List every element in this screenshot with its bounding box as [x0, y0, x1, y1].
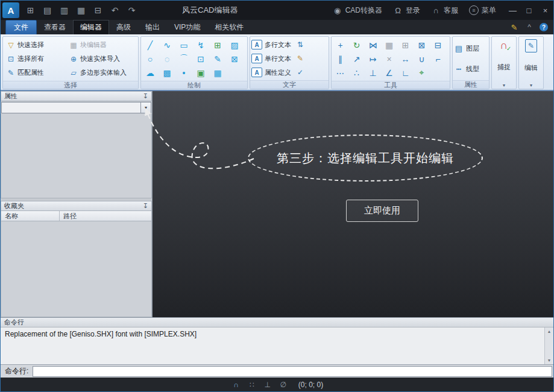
ortho-status-icon[interactable]: ∅: [278, 381, 289, 389]
locate-icon[interactable]: ⌖: [414, 66, 429, 80]
join-icon[interactable]: ∪: [414, 52, 429, 66]
sketch-icon[interactable]: ✎: [210, 52, 225, 66]
layers-button[interactable]: ▤ 图层: [454, 44, 488, 53]
rotate-icon[interactable]: ↻: [349, 38, 364, 52]
linetype-icon: ┅: [454, 65, 464, 74]
customer-service-button[interactable]: ∩ 客服: [431, 5, 458, 16]
circle-icon[interactable]: ○: [142, 52, 158, 66]
line-icon[interactable]: ╱: [142, 38, 158, 52]
mirror-icon[interactable]: ⋈: [365, 38, 380, 52]
copy-icon[interactable]: ⊞: [398, 38, 413, 52]
multiline-text-label: 多行文本: [265, 40, 291, 49]
properties-pin-icon[interactable]: ↧: [143, 92, 148, 100]
minimize-button[interactable]: —: [505, 1, 521, 20]
measure-icon[interactable]: ⋯: [333, 66, 348, 80]
attribute-define-button[interactable]: A 属性定义: [251, 66, 291, 79]
spline-icon[interactable]: ∿: [159, 38, 175, 52]
grid-status-icon[interactable]: ∷: [247, 381, 257, 389]
extend-icon[interactable]: ↔: [398, 52, 413, 66]
command-log[interactable]: Replacement of the [Geniso.SHX] font wit…: [1, 327, 553, 364]
use-now-button[interactable]: 立即使用: [346, 200, 418, 222]
array-icon[interactable]: ▦: [382, 38, 397, 52]
singleline-text-label: 单行文本: [265, 54, 291, 63]
fillet-icon[interactable]: ⌐: [430, 52, 445, 66]
open-folder-icon[interactable]: ▤: [39, 2, 55, 19]
offset-icon[interactable]: ∥: [333, 52, 348, 66]
edit-text-icon[interactable]: ✎: [294, 52, 307, 65]
divide-icon[interactable]: ∴: [349, 66, 364, 80]
hatch-pattern-icon[interactable]: ▨: [227, 38, 242, 52]
edit-button[interactable]: ✎ 编辑 ▾: [518, 36, 544, 89]
save-as-icon[interactable]: ▦: [73, 2, 89, 19]
help-icon[interactable]: ?: [540, 23, 548, 31]
cad-converter-button[interactable]: ◉ CAD转换器: [333, 5, 382, 16]
login-button[interactable]: Ω 登录: [393, 5, 420, 16]
match-properties-button[interactable]: ✎ 匹配属性: [4, 68, 67, 77]
command-log-scrollbar[interactable]: ▲ ▼: [544, 327, 553, 364]
area-icon[interactable]: ∟: [398, 66, 413, 80]
collapse-ribbon-icon[interactable]: ^: [524, 22, 534, 32]
tab-output[interactable]: 输出: [138, 20, 167, 35]
angle-icon[interactable]: ∠: [382, 66, 397, 80]
rectangle-icon[interactable]: ▭: [176, 38, 192, 52]
tutorial-tip-text: 第三步：选择编辑工具开始编辑: [277, 150, 454, 166]
copy-object-icon[interactable]: ⊡: [193, 52, 209, 66]
tab-advanced[interactable]: 高级: [109, 20, 138, 35]
region-icon[interactable]: ⊠: [227, 52, 242, 66]
singleline-text-button[interactable]: A 单行文本: [251, 52, 291, 65]
snap-button[interactable]: ∩ ✓ 捕捉 ▾: [491, 36, 517, 89]
file-menu-button[interactable]: 文件: [5, 20, 37, 35]
stretch-icon[interactable]: ↦: [365, 52, 380, 66]
solid-hatch-icon[interactable]: ▩: [159, 66, 175, 80]
new-file-icon[interactable]: ⊞: [22, 2, 39, 19]
insert-block-icon[interactable]: ⊞: [210, 38, 225, 52]
snap-dropdown-arrow[interactable]: ▾: [503, 83, 505, 88]
undo-icon[interactable]: ↶: [107, 2, 123, 19]
trim-icon[interactable]: ×: [382, 52, 397, 66]
quick-entity-import-button[interactable]: ⊕ 快速实体导入: [67, 54, 137, 63]
arc-icon[interactable]: ⌒: [176, 52, 192, 66]
properties-combobox[interactable]: ▾: [1, 102, 151, 113]
move-icon[interactable]: +: [333, 38, 348, 52]
save-icon[interactable]: ▥: [56, 2, 72, 19]
annotate-pen-icon[interactable]: ✎: [509, 22, 519, 32]
snap-status-icon[interactable]: ∩: [231, 381, 242, 389]
edit-dropdown-arrow[interactable]: ▾: [530, 83, 532, 88]
polygon-entity-input-button[interactable]: ▱ 多边形实体输入: [67, 68, 137, 77]
scroll-up-icon[interactable]: ▲: [545, 327, 553, 335]
menu-button[interactable]: ≡ 菜单: [469, 5, 496, 16]
drawing-canvas[interactable]: 第三步：选择编辑工具开始编辑 立即使用: [153, 91, 553, 317]
select-all-button[interactable]: ⊡ 选择所有: [4, 54, 67, 63]
tab-related-software[interactable]: 相关软件: [207, 20, 251, 35]
polyline-icon[interactable]: ↯: [193, 38, 209, 52]
scale-icon[interactable]: ↗: [349, 52, 364, 66]
maximize-button[interactable]: □: [521, 1, 537, 20]
column-header-name[interactable]: 名称: [1, 211, 60, 221]
ellipse-icon[interactable]: ◌: [159, 52, 175, 66]
explode-icon[interactable]: ⊟: [430, 38, 445, 52]
multiline-text-button[interactable]: A 多行文本: [251, 38, 291, 51]
close-button[interactable]: ×: [537, 1, 553, 20]
scroll-down-icon[interactable]: ▼: [545, 356, 553, 364]
erase-icon[interactable]: ⊠: [414, 38, 429, 52]
image-icon[interactable]: ▣: [193, 66, 209, 80]
block-editor-button[interactable]: ▦ 块编辑器: [67, 40, 137, 49]
text-align-icon[interactable]: ⇅: [294, 38, 307, 51]
quick-select-button[interactable]: ▽ 快速选择: [4, 40, 67, 49]
revision-cloud-icon[interactable]: ☁: [142, 66, 158, 80]
tab-editor[interactable]: 编辑器: [73, 20, 109, 35]
table-icon[interactable]: ▦: [210, 66, 225, 80]
tab-vip-features[interactable]: VIP功能: [167, 20, 207, 35]
combobox-dropdown-arrow[interactable]: ▾: [140, 103, 151, 113]
check-spelling-icon[interactable]: ✓: [294, 66, 307, 79]
favorites-pin-icon[interactable]: ↧: [143, 202, 148, 210]
point-icon[interactable]: •: [176, 66, 192, 80]
tab-viewer[interactable]: 查看器: [37, 20, 73, 35]
perpendicular-status-icon[interactable]: ⊥: [262, 381, 273, 389]
redo-icon[interactable]: ↷: [124, 2, 140, 19]
print-icon[interactable]: ⊟: [90, 2, 106, 19]
linetype-button[interactable]: ┅ 线型: [454, 65, 488, 74]
column-header-path[interactable]: 路径: [60, 211, 80, 221]
perpendicular-icon[interactable]: ⊥: [365, 66, 380, 80]
command-input[interactable]: [33, 366, 552, 377]
